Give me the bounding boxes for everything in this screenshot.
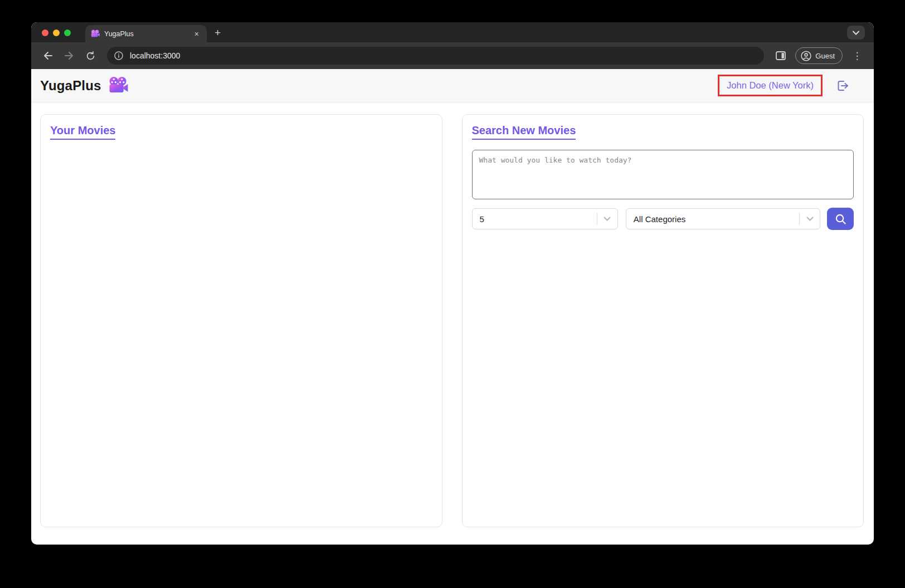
category-value: All Categories: [626, 214, 799, 224]
reload-icon[interactable]: [81, 47, 99, 65]
side-panel-icon[interactable]: [772, 47, 790, 65]
minimize-window-button[interactable]: [53, 30, 60, 36]
url-text[interactable]: localhost:3000: [130, 51, 180, 60]
search-movies-heading: Search New Movies: [472, 124, 576, 140]
zoom-window-button[interactable]: [64, 30, 71, 36]
new-tab-button[interactable]: +: [207, 27, 227, 43]
search-controls: 5 All Categories: [472, 208, 854, 230]
main-content: Your Movies Search New Movies 5 All Cate…: [31, 102, 874, 527]
tab-close-icon[interactable]: ×: [192, 29, 201, 39]
window-controls: [31, 30, 71, 42]
profile-button[interactable]: Guest: [795, 47, 843, 64]
chevron-down-icon[interactable]: [597, 217, 617, 221]
your-movies-heading: Your Movies: [50, 124, 115, 140]
browser-menu-kebab-icon[interactable]: ⋮: [848, 47, 866, 65]
back-icon[interactable]: [39, 47, 57, 65]
search-prompt-textarea[interactable]: [472, 150, 854, 199]
browser-toolbar: localhost:3000 Guest ⋮: [31, 42, 874, 69]
results-count-select[interactable]: 5: [472, 208, 618, 229]
app-title: YugaPlus: [40, 78, 101, 94]
person-icon: [801, 51, 811, 61]
tab-favicon-movie-camera-icon: [91, 30, 100, 38]
search-movies-panel: Search New Movies 5 All Categories: [462, 114, 864, 527]
chevron-down-icon[interactable]: [800, 217, 820, 221]
browser-window: YugaPlus × + localhost:3000 Guest: [31, 22, 874, 545]
browser-tab[interactable]: YugaPlus ×: [85, 25, 207, 42]
close-window-button[interactable]: [42, 30, 48, 36]
logout-icon[interactable]: [836, 79, 849, 92]
results-count-value: 5: [473, 214, 597, 224]
movie-camera-logo-icon: [108, 77, 128, 94]
header-actions: John Doe (New York): [718, 75, 849, 96]
app-header: YugaPlus John Doe (New York): [31, 69, 874, 102]
tab-search-chevron-down-icon[interactable]: [847, 26, 865, 40]
tab-title: YugaPlus: [104, 30, 192, 38]
address-bar[interactable]: localhost:3000: [107, 47, 764, 65]
annotation-highlight-box: John Doe (New York): [718, 75, 823, 96]
search-button[interactable]: [827, 208, 854, 230]
magnifier-icon: [835, 213, 846, 225]
tab-strip: YugaPlus × +: [31, 22, 874, 42]
your-movies-panel: Your Movies: [40, 114, 442, 527]
forward-icon[interactable]: [60, 47, 78, 65]
profile-label: Guest: [815, 52, 835, 60]
category-select[interactable]: All Categories: [626, 208, 820, 229]
user-profile-link[interactable]: John Doe (New York): [727, 80, 814, 90]
site-info-icon[interactable]: [113, 50, 125, 62]
